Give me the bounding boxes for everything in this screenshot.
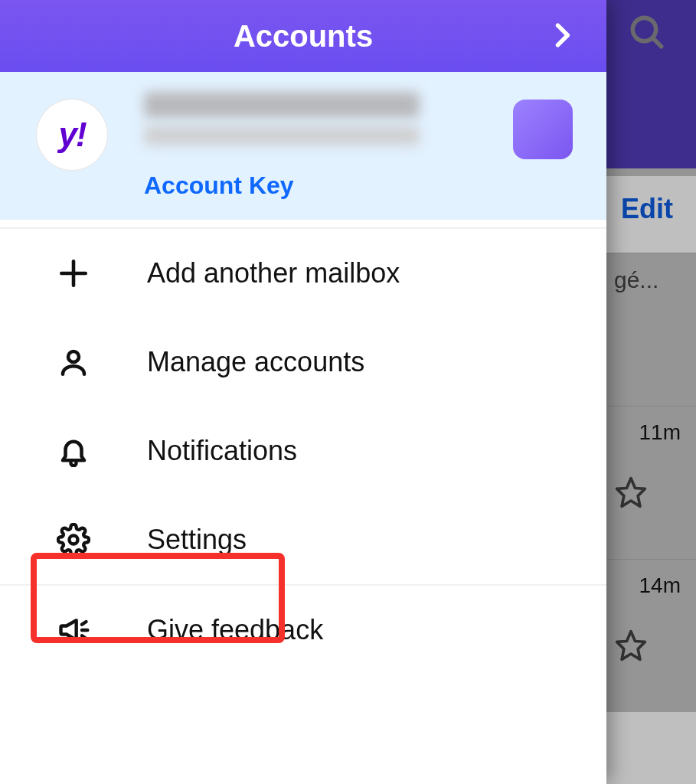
account-name-blurred	[144, 92, 420, 118]
menu-label: Give feedback	[147, 614, 323, 646]
account-key-link[interactable]: Account Key	[144, 172, 294, 199]
account-color-badge[interactable]	[513, 100, 573, 159]
menu-label: Add another mailbox	[147, 257, 400, 289]
chevron-right-icon	[545, 18, 579, 52]
menu-add-mailbox[interactable]: Add another mailbox	[0, 229, 606, 318]
account-card[interactable]: y! Account Key	[0, 72, 606, 220]
drawer-header[interactable]: Accounts	[0, 0, 606, 72]
menu-label: Notifications	[147, 435, 297, 467]
svg-line-8	[82, 622, 87, 625]
svg-point-6	[68, 351, 79, 362]
accounts-drawer: Accounts y! Account Key Add another m	[0, 0, 606, 784]
menu-notifications[interactable]: Notifications	[0, 407, 606, 495]
gear-icon	[55, 523, 92, 557]
bell-icon	[55, 435, 92, 467]
backdrop-shade[interactable]	[606, 0, 696, 784]
menu-settings[interactable]: Settings	[0, 495, 606, 584]
svg-point-7	[70, 536, 78, 544]
drawer-title: Accounts	[234, 19, 373, 54]
menu-manage-accounts[interactable]: Manage accounts	[0, 318, 606, 407]
svg-line-10	[82, 635, 87, 639]
menu-label: Manage accounts	[147, 346, 364, 378]
menu-give-feedback[interactable]: Give feedback	[0, 586, 606, 675]
megaphone-icon	[55, 613, 92, 647]
plus-icon	[55, 257, 92, 289]
account-email-blurred	[144, 126, 420, 145]
menu: Add another mailbox Manage accounts Noti…	[0, 227, 606, 675]
person-icon	[55, 346, 92, 378]
yahoo-logo-icon: y!	[37, 100, 107, 170]
menu-label: Settings	[147, 524, 247, 556]
